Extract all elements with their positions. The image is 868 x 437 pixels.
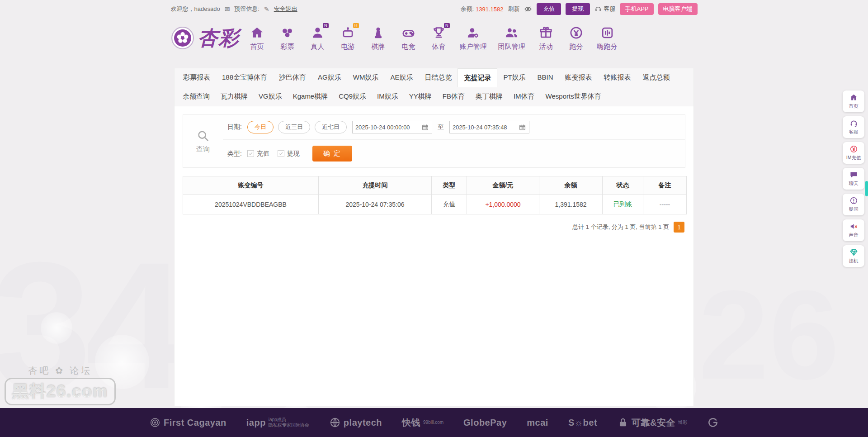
eye-off-icon[interactable] <box>524 5 532 13</box>
nav-item-account[interactable]: 账户管理 <box>460 25 487 51</box>
date-from-field[interactable] <box>352 121 432 133</box>
g-icon <box>707 417 719 428</box>
nav-item-hipaofen[interactable]: 嗨跑分 <box>597 25 618 51</box>
quick-im-recharge[interactable]: IM充值 <box>843 142 864 164</box>
tab[interactable]: IM娱乐 <box>372 87 404 106</box>
tab[interactable]: 返点总额 <box>637 68 676 87</box>
service-label: 客服 <box>604 5 615 13</box>
tab[interactable]: 余额查询 <box>177 87 215 106</box>
quick-home[interactable]: 首页 <box>843 90 864 112</box>
lottery-icon <box>280 25 295 40</box>
tab[interactable]: VG娱乐 <box>253 87 288 106</box>
nav-item-label: 账户管理 <box>460 43 487 51</box>
nav-item-lottery[interactable]: 彩票 <box>278 25 297 51</box>
tab[interactable]: CQ9娱乐 <box>333 87 372 106</box>
tab[interactable]: FB体育 <box>437 87 470 106</box>
deposit-button[interactable]: 充值 <box>537 3 561 15</box>
tab[interactable]: YY棋牌 <box>404 87 437 106</box>
date-label: 日期: <box>227 123 242 131</box>
scrollbar-thumb[interactable] <box>865 181 868 196</box>
tab[interactable]: 转账报表 <box>598 68 637 87</box>
watermark: 杏吧 ✿ 论坛 黑料26.com <box>5 365 116 405</box>
nav-item-esports[interactable]: 电竞 <box>399 25 418 51</box>
page-button-1[interactable]: 1 <box>674 222 684 233</box>
date-to-input[interactable] <box>453 124 517 131</box>
footer-logo-label: GlobePay <box>463 418 507 428</box>
tab[interactable]: 账变报表 <box>559 68 598 87</box>
date-preset[interactable]: 近七日 <box>315 121 347 133</box>
brand-logo[interactable]: 杏彩 <box>171 25 240 52</box>
quick-item-label: IM充值 <box>846 154 861 161</box>
mail-icon[interactable]: ✉ <box>225 5 230 13</box>
tab[interactable]: 彩票报表 <box>177 68 216 87</box>
tab[interactable]: 沙巴体育 <box>273 68 312 87</box>
date-preset[interactable]: 今日 <box>247 121 274 133</box>
balance-value: 1391.1582 <box>476 6 503 13</box>
table-cell: 2025-10-24 07:35:06 <box>319 195 432 214</box>
quick-chat[interactable]: 聊天 <box>843 168 864 190</box>
tab[interactable]: 188金宝博体育 <box>216 68 273 87</box>
logout-link[interactable]: 安全退出 <box>274 5 297 13</box>
checkbox-icon <box>247 150 254 157</box>
quick-item-label: 挂机 <box>849 257 859 264</box>
tab[interactable]: AG娱乐 <box>312 68 347 87</box>
column-header: 类型 <box>432 176 467 195</box>
main-card: 彩票报表188金宝博体育沙巴体育AG娱乐WM娱乐AE娱乐日结总览充提记录PT娱乐… <box>174 68 694 406</box>
type-label: 类型: <box>227 150 242 158</box>
tab[interactable]: Kgame棋牌 <box>288 87 334 106</box>
tab[interactable]: 日结总览 <box>419 68 458 87</box>
reserved-info-label: 预留信息: <box>234 5 259 13</box>
tab[interactable]: BBIN <box>532 68 559 87</box>
tab[interactable]: Wesports世界体育 <box>540 87 607 106</box>
refresh-button[interactable]: 刷新 <box>508 5 519 13</box>
nav-item-paofen[interactable]: 跑分 <box>567 25 586 51</box>
tab[interactable]: WM娱乐 <box>347 68 385 87</box>
date-to-field[interactable] <box>449 121 529 133</box>
hipaofen-icon <box>600 25 615 40</box>
type-checkbox[interactable]: 充值 <box>247 150 269 158</box>
date-from-input[interactable] <box>355 124 420 131</box>
customer-service-link[interactable]: 客服 <box>594 5 615 13</box>
nav-item-sports[interactable]: N体育 <box>429 25 448 51</box>
nav-item-label: 体育 <box>432 43 446 51</box>
nav-item-live[interactable]: N真人 <box>308 25 327 51</box>
footer-logo-mcai: mcai <box>527 418 548 428</box>
tab[interactable]: 充提记录 <box>458 68 497 87</box>
quick-service[interactable]: 客服 <box>843 116 864 138</box>
table-cell: +1,000.0000 <box>467 195 539 214</box>
nav-item-chess[interactable]: 棋牌 <box>369 25 388 51</box>
nav-item-label: 棋牌 <box>372 43 385 51</box>
date-preset[interactable]: 近三日 <box>278 121 310 133</box>
footer-logo-globepay: GlobePay <box>463 418 507 428</box>
confirm-button[interactable]: 确 定 <box>312 146 352 162</box>
footer-logo-iapp: iappiapp成员 隐私权专家国际协会 <box>246 417 309 428</box>
column-header: 状态 <box>603 176 643 195</box>
headset-icon <box>849 119 858 128</box>
background-digits-26: 26 <box>698 271 839 398</box>
nav-item-team[interactable]: 团队管理 <box>498 25 525 51</box>
column-header: 账变编号 <box>183 176 319 195</box>
nav-item-home[interactable]: 首页 <box>248 25 267 51</box>
tab[interactable]: AE娱乐 <box>384 68 419 87</box>
quick-question[interactable]: 疑问 <box>843 194 864 215</box>
footer-logo-kuaiqian: 快钱99bill.com <box>402 417 443 429</box>
nav-item-activity[interactable]: 活动 <box>537 25 556 51</box>
quick-idle[interactable]: 挂机 <box>843 245 864 267</box>
nav-item-egame[interactable]: H电游 <box>339 25 358 51</box>
mobile-app-button[interactable]: 手机APP <box>620 3 653 15</box>
tab[interactable]: 奥丁棋牌 <box>470 87 508 106</box>
pc-client-button[interactable]: 电脑客户端 <box>658 3 698 15</box>
tab[interactable]: PT娱乐 <box>497 68 531 87</box>
calendar-icon[interactable] <box>519 124 526 131</box>
quick-sound[interactable]: 声音 <box>843 219 864 241</box>
lock-icon <box>617 417 629 428</box>
tab[interactable]: 瓦力棋牌 <box>215 87 253 106</box>
calendar-icon[interactable] <box>421 124 429 131</box>
to-label: 至 <box>438 123 444 131</box>
edit-icon[interactable]: ✎ <box>264 5 269 13</box>
withdraw-button[interactable]: 提现 <box>566 3 590 15</box>
nav-badge: N <box>323 23 329 28</box>
tab[interactable]: IM体育 <box>508 87 540 106</box>
esports-icon <box>401 25 416 40</box>
type-checkbox[interactable]: 提现 <box>278 150 300 158</box>
